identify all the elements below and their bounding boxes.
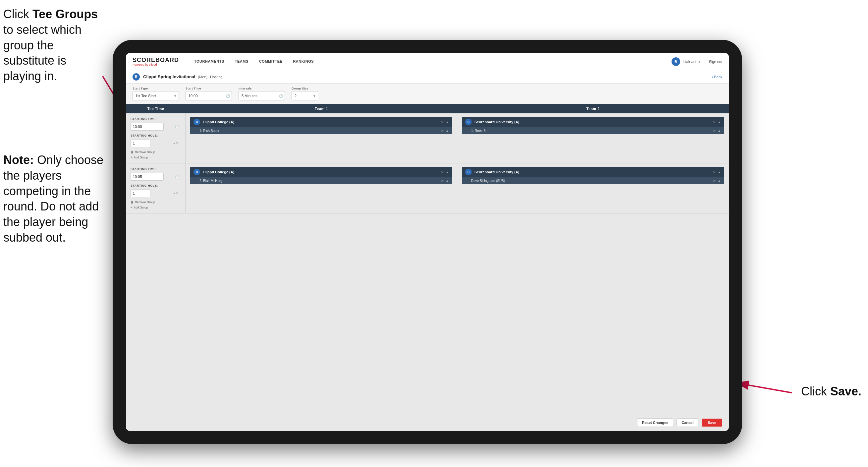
starting-hole-wrap-1: ▲▼ [130,139,181,147]
sub-header-back[interactable]: ‹ Back [712,75,722,79]
team-card-avatar-2-1: C [193,169,200,175]
start-time-clock-icon: 🕐 [226,94,230,98]
team-card-name-1-2: Scoreboard University (A) [474,120,710,124]
instruction-bold: Tee Groups [32,7,98,21]
starting-hole-label-2: STARTING HOLE: [130,184,181,187]
player-chevron-icon-2-2-0[interactable]: ▲ [718,179,721,183]
instruction-text: Click Tee Groups to select which group t… [3,7,106,84]
team-card-2-1: C Clippd College (A) ✕ ▲ 2. Blair McHarg… [190,167,452,184]
starting-hole-chevron-icon-2: ▲▼ [173,192,179,195]
team-card-close-icon-1-2[interactable]: ✕ [713,120,716,124]
nav-rankings[interactable]: RANKINGS [287,53,319,70]
starting-hole-chevron-icon-1: ▲▼ [173,142,179,145]
team-card-chevron-icon-1-2[interactable]: ▲ [718,120,721,124]
intervals-input[interactable] [239,91,285,100]
intervals-label: Intervals [239,87,285,90]
team-card-header-1-1: C Clippd College (A) ✕ ▲ [190,117,452,127]
col-team1: Team 1 [186,104,457,113]
team-card-actions-2-1: ✕ ▲ [441,170,449,174]
player-row-2-2-0: Dave Billingham (SUB) ✕ ▲ [462,177,724,184]
player-name-2-1-0: 2. Blair McHarg [199,179,438,183]
player-actions-2-2-0: ✕ ▲ [713,179,721,183]
remove-group-btn-1[interactable]: 🗑 Remove Group [130,150,181,154]
player-chevron-icon-1-2-0[interactable]: ▲ [718,129,721,133]
player-actions-1-2-0: ✕ ▲ [713,129,721,133]
nav-avatar: B [672,57,680,66]
player-close-icon-2-2-0[interactable]: ✕ [713,179,716,183]
team-card-close-icon-2-1[interactable]: ✕ [441,170,444,174]
start-time-label: Start Time [186,87,232,90]
group-size-group: Group Size ▼ [291,87,318,100]
sub-header: B Clippd Spring Invitational (Men) Hosti… [126,70,729,84]
action-bar: Reset Changes Cancel Save [126,414,729,431]
player-close-icon-1-2-0[interactable]: ✕ [713,129,716,133]
add-group-label-2: Add Group [133,206,148,209]
team-card-name-1-1: Clippd College (A) [203,120,438,124]
col-tee-time: Tee Time [126,104,186,113]
player-chevron-icon-2-1-0[interactable]: ▲ [445,179,449,183]
team-column-1-team2: S Scoreboard University (A) ✕ ▲ 1. Rees … [457,113,729,163]
player-actions-2-1-0: ✕ ▲ [441,179,449,183]
nav-right: B blair admin | Sign out [672,57,722,66]
cancel-button[interactable]: Cancel [677,418,699,427]
team-column-1-team1: C Clippd College (A) ✕ ▲ 1. Rich Butler … [186,113,457,163]
team-card-close-icon-1-1[interactable]: ✕ [441,120,444,124]
remove-group-btn-2[interactable]: 🗑 Remove Group [130,201,181,204]
reset-changes-button[interactable]: Reset Changes [637,418,673,427]
team-card-avatar-1-2: S [465,119,472,125]
player-row-1-2-0: 1. Rees Britt ✕ ▲ [462,127,724,134]
form-row: Start Type ▼ Start Time 🕐 Intervals 🕐 [126,84,729,104]
team-card-actions-1-1: ✕ ▲ [441,120,449,124]
player-row-2-1-0: 2. Blair McHarg ✕ ▲ [190,177,452,184]
remove-group-label-2: Remove Group [135,201,155,204]
nav-signout[interactable]: Sign out [709,60,722,64]
click-save-text: Click Save. [801,384,861,399]
nav-logo-sub: Powered by clippd [132,63,179,66]
tee-group-row-2: STARTING TIME: 🕐 STARTING HOLE: ▲▼ 🗑 Rem… [126,164,729,213]
team-card-1-1: C Clippd College (A) ✕ ▲ 1. Rich Butler … [190,117,452,134]
team-card-1-2: S Scoreboard University (A) ✕ ▲ 1. Rees … [462,117,724,134]
team-card-name-2-2: Scoreboard University (A) [474,170,710,174]
team-card-chevron-icon-2-2[interactable]: ▲ [718,170,721,174]
add-group-label-1: Add Group [133,156,148,159]
starting-time-clock-icon-2: 🕐 [175,175,179,178]
nav-committee[interactable]: COMMITTEE [254,53,288,70]
starting-hole-input-1[interactable] [130,139,150,147]
start-time-group: Start Time 🕐 [186,87,232,100]
intervals-clock-icon: 🕐 [279,94,283,98]
sub-header-logo: B [132,73,140,81]
starting-hole-label-1: STARTING HOLE: [130,134,181,137]
add-group-icon-2: + [130,206,132,209]
tee-group-row: STARTING TIME: 🕐 STARTING HOLE: ▲▼ 🗑 Rem… [126,113,729,164]
note-label: Note: [3,153,37,167]
start-time-input[interactable] [186,91,232,100]
player-close-icon-1-1-0[interactable]: ✕ [441,129,444,133]
add-group-btn-2[interactable]: + Add Group [130,206,181,209]
tee-group-left-2: STARTING TIME: 🕐 STARTING HOLE: ▲▼ 🗑 Rem… [126,164,186,213]
team-card-chevron-icon-1-1[interactable]: ▲ [445,120,449,124]
player-close-icon-2-1-0[interactable]: ✕ [441,179,444,183]
team-card-close-icon-2-2[interactable]: ✕ [713,170,716,174]
team-card-chevron-icon-2-1[interactable]: ▲ [445,170,449,174]
col-team2: Team 2 [457,104,729,113]
starting-hole-input-2[interactable] [130,189,150,197]
team-card-actions-2-2: ✕ ▲ [713,170,721,174]
starting-time-wrap-1: 🕐 [130,123,181,130]
intervals-group: Intervals 🕐 [239,87,285,100]
nav-tournaments[interactable]: TOURNAMENTS [189,53,229,70]
add-group-btn-1[interactable]: + Add Group [130,156,181,159]
sub-header-hosting: Hosting [210,75,222,79]
group-size-label: Group Size [291,87,318,90]
save-button[interactable]: Save [702,418,722,427]
tablet-screen: SCOREBOARD Powered by clippd TOURNAMENTS… [126,53,729,431]
start-type-input[interactable] [132,91,179,100]
nav-bar: SCOREBOARD Powered by clippd TOURNAMENTS… [126,53,729,70]
nav-logo: SCOREBOARD Powered by clippd [132,57,179,66]
tee-table-header: Tee Time Team 1 Team 2 [126,104,729,113]
sub-header-title: Clippd Spring Invitational [143,74,195,79]
nav-teams[interactable]: TEAMS [229,53,254,70]
starting-time-input-1[interactable] [130,123,164,130]
remove-group-icon-1: 🗑 [130,150,133,154]
starting-time-input-2[interactable] [130,173,164,181]
player-chevron-icon-1-1-0[interactable]: ▲ [445,129,449,133]
